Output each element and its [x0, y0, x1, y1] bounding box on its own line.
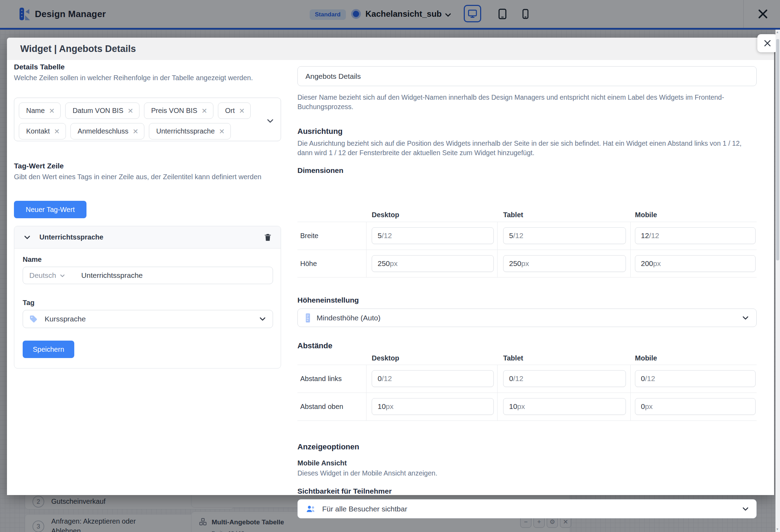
chip-remove-icon[interactable]: ✕: [49, 107, 55, 115]
column-header-tablet: Tablet: [503, 354, 523, 362]
dimensionen-heading: Dimensionen: [297, 166, 343, 175]
chip[interactable]: Anmeldeschluss✕: [70, 123, 144, 139]
abstand-oben-tablet-input[interactable]: 10px: [503, 398, 626, 415]
trash-icon[interactable]: [263, 233, 272, 242]
abstand-links-tablet-input[interactable]: 0/12: [503, 370, 626, 387]
row-label-breite: Breite: [300, 232, 318, 240]
unit: px: [645, 402, 653, 411]
column-header-tablet: Tablet: [503, 211, 523, 219]
breite-mobile-input[interactable]: 12/12: [635, 227, 756, 244]
breite-desktop-input[interactable]: 5/12: [372, 227, 494, 244]
abstand-links-desktop-input[interactable]: 0/12: [372, 370, 494, 387]
chip[interactable]: Kontakt✕: [19, 123, 66, 139]
tag-select-chevron-down-icon: [258, 314, 267, 324]
abstand-oben-desktop-input[interactable]: 10px: [372, 398, 494, 415]
abstand-links-mobile-input[interactable]: 0/12: [635, 370, 756, 387]
accordion-chevron-down-icon[interactable]: [23, 233, 32, 242]
tag-select-value: Kurssprache: [45, 315, 86, 323]
widget-name-help: Dieser Name bezieht sich auf den Widget-…: [297, 93, 740, 112]
abstand-oben-mobile-input[interactable]: 0px: [635, 398, 756, 415]
ausrichtung-heading: Ausrichtung: [297, 127, 343, 136]
ruler-icon: [305, 313, 311, 323]
name-field-label: Name: [23, 256, 41, 264]
tag-field-label: Tag: [23, 299, 35, 307]
page-scrollbar[interactable]: ▲ ▼: [775, 30, 780, 532]
chip-label: Ort: [225, 107, 235, 115]
tag-wert-heading: Tag-Wert Zeile: [14, 162, 64, 170]
details-table-description: Welche Zeilen sollen in welcher Reihenfo…: [14, 73, 258, 83]
accordion-header[interactable]: Unterrichtssprache: [14, 226, 281, 249]
tag-icon: [29, 315, 38, 323]
widget-name-input[interactable]: [297, 66, 757, 86]
chip[interactable]: Unterrichtssprache✕: [149, 123, 231, 139]
unit: /12: [382, 374, 392, 383]
tag-name-input[interactable]: Deutsch Unterrichtssprache: [23, 267, 273, 284]
abstaende-heading: Abstände: [297, 341, 332, 350]
new-tag-value-button[interactable]: Neuer Tag-Wert: [14, 201, 86, 218]
unit: px: [517, 402, 525, 411]
hoehe-chevron-down-icon: [741, 313, 750, 322]
chip-remove-icon[interactable]: ✕: [219, 127, 225, 136]
anzeigeoptionen-heading: Anzeigeoptionen: [297, 442, 359, 451]
row-label-abstand-links: Abstand links: [300, 375, 342, 383]
unit: /12: [513, 374, 523, 383]
tag-wert-description: Gibt den Wert eines Tags in einer Zeile …: [14, 172, 262, 182]
hoeheneinstellung-select[interactable]: Mindesthöhe (Auto): [297, 309, 757, 327]
column-header-desktop: Desktop: [372, 354, 399, 362]
value: 250: [378, 259, 390, 268]
breite-tablet-input[interactable]: 5/12: [503, 227, 626, 244]
chip[interactable]: Preis VON BIS✕: [144, 102, 213, 119]
chip-remove-icon[interactable]: ✕: [128, 107, 134, 115]
mobile-ansicht-label: Mobile Ansicht: [297, 459, 347, 467]
unit: /12: [513, 231, 523, 240]
scrollbar-down-arrow[interactable]: ▼: [776, 527, 779, 531]
row-label-hoehe: Höhe: [300, 260, 317, 268]
scrollbar-up-arrow[interactable]: ▲: [776, 30, 779, 34]
tag-select[interactable]: Kurssprache: [23, 310, 273, 328]
chip[interactable]: Datum VON BIS✕: [65, 102, 139, 119]
multiselect-chevron-down-icon[interactable]: [265, 116, 275, 126]
chip-remove-icon[interactable]: ✕: [132, 127, 138, 136]
details-table-heading: Details Tabelle: [14, 63, 65, 71]
unit: px: [653, 259, 661, 268]
chip[interactable]: Ort✕: [218, 102, 251, 119]
value: 12: [641, 231, 649, 240]
modal-close-button[interactable]: [757, 34, 778, 52]
scrollbar-thumb[interactable]: [776, 39, 779, 260]
chip-label: Kontakt: [26, 127, 50, 135]
language-select[interactable]: Deutsch: [29, 271, 56, 280]
value: 0: [509, 374, 513, 383]
chip-remove-icon[interactable]: ✕: [54, 127, 60, 136]
unit: /12: [382, 231, 392, 240]
chip-label: Anmeldeschluss: [78, 127, 129, 135]
unit: px: [390, 259, 397, 268]
close-icon: [763, 39, 772, 48]
modal-titlebar: Widget | Angebots Details: [7, 38, 774, 60]
chip-remove-icon[interactable]: ✕: [239, 107, 245, 115]
hoeheneinstellung-value: Mindesthöhe (Auto): [317, 314, 380, 322]
value: 0: [378, 374, 382, 383]
hoehe-mobile-input[interactable]: 200px: [635, 255, 756, 272]
save-button[interactable]: Speichern: [23, 341, 74, 358]
abstaende-table: Desktop Tablet Mobile Abstand links Abst…: [297, 354, 757, 420]
sichtbarkeit-select[interactable]: Für alle Besucher sichtbar: [297, 499, 757, 518]
column-header-mobile: Mobile: [635, 354, 657, 362]
tag-value-accordion: Unterrichtssprache Name Deutsch Unterric…: [14, 226, 281, 368]
value: 0: [641, 374, 645, 383]
chip[interactable]: Name✕: [19, 102, 61, 119]
chip-remove-icon[interactable]: ✕: [202, 107, 207, 115]
chip-label: Unterrichtssprache: [156, 127, 215, 135]
column-header-mobile: Mobile: [635, 211, 657, 219]
unit: /12: [645, 374, 655, 383]
hoehe-desktop-input[interactable]: 250px: [372, 255, 494, 272]
unit: px: [521, 259, 529, 268]
details-rows-multiselect[interactable]: Name✕ Datum VON BIS✕ Preis VON BIS✕ Ort✕…: [14, 98, 281, 141]
row-label-abstand-oben: Abstand oben: [300, 403, 343, 411]
tag-name-value: Unterrichtssprache: [81, 271, 143, 280]
value: 5: [378, 231, 382, 240]
sichtbarkeit-heading: Sichtbarkeit für Teilnehmer: [297, 487, 392, 495]
hoehe-tablet-input[interactable]: 250px: [503, 255, 626, 272]
chip-label: Datum VON BIS: [73, 107, 123, 115]
value: 10: [509, 402, 517, 411]
accordion-title: Unterrichtssprache: [39, 233, 103, 241]
